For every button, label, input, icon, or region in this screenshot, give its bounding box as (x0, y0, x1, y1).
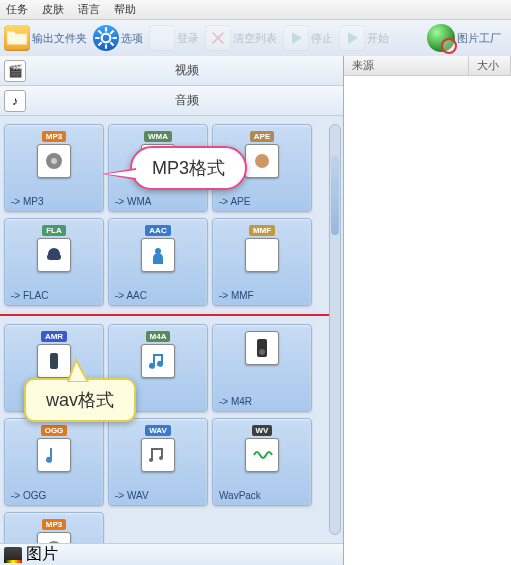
clear-label: 清空列表 (233, 31, 277, 46)
vertical-scrollbar[interactable] (329, 124, 341, 535)
stop-icon (283, 25, 309, 51)
start-label: 开始 (367, 31, 389, 46)
format-card-mmf[interactable]: MMF-> MMF (212, 218, 312, 306)
audio-icon: ♪ (4, 90, 26, 112)
svg-rect-7 (47, 254, 61, 260)
menu-help[interactable]: 帮助 (114, 2, 136, 17)
format-label: -> WAV (115, 490, 149, 501)
format-file-icon (37, 438, 71, 472)
stop-button[interactable]: 停止 (283, 25, 333, 51)
image-section-title: 图片 (26, 544, 58, 565)
wav-callout-text: wav格式 (46, 390, 114, 410)
format-file-icon (141, 438, 175, 472)
image-factory-button[interactable]: 图片工厂 (427, 24, 501, 52)
format-tag: OGG (41, 425, 68, 436)
header-size[interactable]: 大小 (469, 56, 511, 75)
doc-remove-icon (205, 25, 231, 51)
format-card-aac[interactable]: AAC-> AAC (108, 218, 208, 306)
red-divider (0, 314, 335, 316)
clear-button[interactable]: 清空列表 (205, 25, 277, 51)
format-file-icon (245, 144, 279, 178)
format-card-ogg[interactable]: OGG-> OGG (4, 418, 104, 506)
left-panel: 🎬 视频 ♪ 音频 MP3-> MP3WMA-> WMAAPE-> APEFLA… (0, 56, 344, 565)
format-tag: FLA (42, 225, 66, 236)
options-label: 选项 (121, 31, 143, 46)
format-file-icon (245, 438, 279, 472)
doc-add-icon (149, 25, 175, 51)
format-card-flac[interactable]: FLA-> FLAC (4, 218, 104, 306)
format-grid-scroll: MP3-> MP3WMA-> WMAAPE-> APEFLA-> FLACAAC… (0, 116, 343, 543)
svg-point-2 (51, 158, 57, 164)
add-label: 登录 (177, 31, 199, 46)
file-list-headers: 来源 大小 (344, 56, 511, 76)
format-tag: APE (250, 131, 274, 142)
svg-point-12 (46, 541, 62, 543)
audio-section-title: 音频 (30, 92, 343, 109)
toolbar: 输出文件夹 选项 登录 清空列表 停止 开始 图片工厂 (0, 20, 511, 56)
format-file-icon (37, 144, 71, 178)
scrollbar-thumb[interactable] (331, 155, 339, 235)
output-folder-button[interactable]: 输出文件夹 (4, 25, 87, 51)
format-tag: WAV (145, 425, 171, 436)
menu-skin[interactable]: 皮肤 (42, 2, 64, 17)
format-tag: AAC (145, 225, 170, 236)
format-card-wavpack[interactable]: WVWavPack (212, 418, 312, 506)
format-label: -> MMF (219, 290, 254, 301)
format-tag: WV (252, 425, 273, 436)
image-icon (4, 547, 22, 563)
options-button[interactable]: 选项 (93, 25, 143, 51)
audio-section-header[interactable]: ♪ 音频 (0, 86, 343, 116)
svg-point-5 (255, 154, 269, 168)
video-section-header[interactable]: 🎬 视频 (0, 56, 343, 86)
format-tag: MP3 (42, 131, 66, 142)
mp3-callout-text: MP3格式 (152, 158, 225, 178)
format-card-m4r[interactable]: -> M4R (212, 324, 312, 412)
format-tag: MP3 (42, 519, 66, 530)
video-section-title: 视频 (30, 62, 343, 79)
format-label: -> APE (219, 196, 250, 207)
add-button[interactable]: 登录 (149, 25, 199, 51)
format-file-icon (141, 238, 175, 272)
format-tag: M4A (146, 331, 171, 342)
format-label: -> AAC (115, 290, 147, 301)
start-button[interactable]: 开始 (339, 25, 389, 51)
video-icon: 🎬 (4, 60, 26, 82)
menu-bar: 任务 皮肤 语言 帮助 (0, 0, 511, 20)
mp3-callout: MP3格式 (130, 146, 247, 190)
svg-point-0 (102, 34, 111, 43)
format-file-icon (37, 238, 71, 272)
format-label: -> FLAC (11, 290, 49, 301)
header-source[interactable]: 来源 (344, 56, 469, 75)
output-folder-label: 输出文件夹 (32, 31, 87, 46)
format-card-mp3[interactable]: MP3-> MP3 (4, 124, 104, 212)
format-label: -> M4R (219, 396, 252, 407)
format-label: -> WMA (115, 196, 151, 207)
format-label: -> OGG (11, 490, 46, 501)
right-panel: 来源 大小 (344, 56, 511, 565)
wav-callout: wav格式 (24, 378, 136, 422)
format-file-icon (245, 331, 279, 365)
svg-rect-9 (50, 353, 58, 369)
format-file-icon (37, 532, 71, 543)
format-label: -> MP3 (11, 196, 44, 207)
image-section-header[interactable]: 图片 (0, 543, 343, 565)
callout-tail-icon (66, 358, 96, 382)
format-card-mp3[interactable]: MP3 (4, 512, 104, 543)
globe-icon (427, 24, 455, 52)
image-factory-label: 图片工厂 (457, 31, 501, 46)
format-card-wav[interactable]: WAV-> WAV (108, 418, 208, 506)
menu-task[interactable]: 任务 (6, 2, 28, 17)
format-file-icon (141, 344, 175, 378)
format-file-icon (245, 238, 279, 272)
folder-icon (4, 25, 30, 51)
format-tag: MMF (249, 225, 275, 236)
play-icon (339, 25, 365, 51)
gear-icon (93, 25, 119, 51)
svg-point-11 (259, 349, 265, 355)
format-label: WavPack (219, 490, 261, 501)
format-tag: WMA (144, 131, 172, 142)
format-tag: AMR (41, 331, 67, 342)
menu-lang[interactable]: 语言 (78, 2, 100, 17)
stop-label: 停止 (311, 31, 333, 46)
